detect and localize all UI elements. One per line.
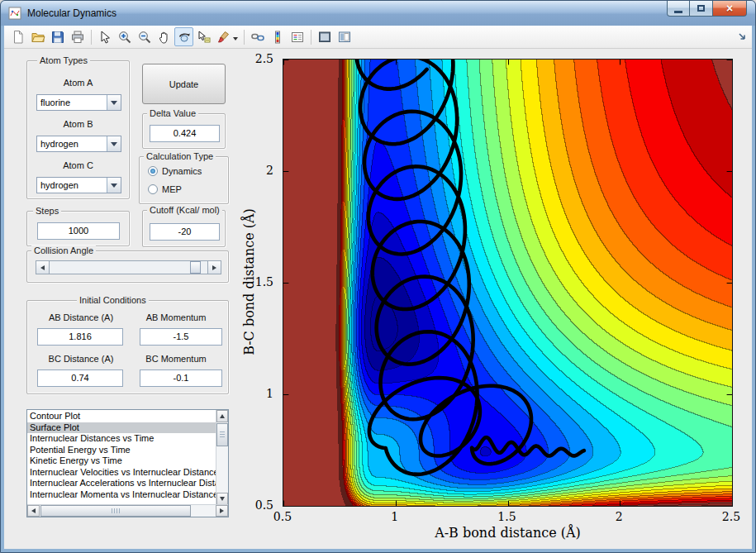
window-buttons: × [667,1,747,17]
open-file-icon[interactable] [28,27,47,46]
delta-value-title: Delta Value [147,108,198,119]
hide-plot-tools-icon[interactable] [315,27,334,46]
initial-conditions-panel: Initial Conditions AB Distance (A) AB Mo… [26,300,229,394]
atom-b-value: hydrogen [40,139,78,149]
figure-body: Atom Types Atom A fluorine Atom B hydrog… [4,26,752,549]
pan-hand-icon[interactable] [155,27,174,46]
toolbar-separator [311,30,311,45]
zoom-in-icon[interactable] [115,27,134,46]
scroll-down-button[interactable] [216,493,228,505]
titlebar: Molecular Dynamics × [1,1,755,26]
atom-types-title: Atom Types [37,55,90,66]
cutoff-field[interactable]: -20 [150,223,220,241]
slider-left-arrow[interactable] [36,261,50,274]
atom-b-label: Atom B [27,119,129,129]
x-tick-label: 1.5 [497,510,516,523]
dynamics-radio-label: Dynamics [162,166,202,176]
plot-type-listbox[interactable]: Contour PlotSurface PlotInternuclear Dis… [26,409,229,517]
y-tick-label: 1 [266,387,273,400]
up-arrow-icon [220,412,225,418]
ab-momentum-field[interactable]: -1.5 [140,328,222,346]
initial-conditions-title: Initial Conditions [77,295,149,306]
down-arrow-icon [220,497,225,503]
toolbar [4,26,752,49]
brush-icon[interactable] [214,27,240,46]
list-item[interactable]: Surface Plot [27,422,216,434]
chevron-down-icon[interactable] [107,178,121,193]
list-item[interactable]: Internuclear Accelerations vs Internucle… [27,478,216,489]
atom-c-dropdown[interactable]: hydrogen [36,177,121,193]
atom-a-label: Atom A [27,78,129,88]
steps-title: Steps [33,206,61,217]
slider-thumb[interactable] [190,261,201,274]
ab-distance-field[interactable]: 1.816 [37,328,123,346]
x-tick-label: 1 [391,510,398,523]
show-plot-tools-icon[interactable] [335,27,354,46]
chevron-down-icon[interactable] [107,136,121,151]
print-icon[interactable] [68,27,87,46]
brush-dropdown-caret[interactable] [233,37,238,43]
list-item[interactable]: Kinetic Energy vs Time [27,455,216,467]
dock-figure-icon[interactable] [737,31,749,43]
toolbar-separator [91,30,92,45]
atom-b-dropdown[interactable]: hydrogen [36,136,121,152]
scroll-right-button[interactable] [216,505,228,517]
close-button[interactable]: × [712,1,747,17]
atom-types-panel: Atom Types Atom A fluorine Atom B hydrog… [26,60,130,199]
scroll-up-button[interactable] [216,410,228,422]
calculation-type-title: Calculation Type [144,151,216,162]
y-axis-label: B-C bond distance (Å) [241,208,257,355]
data-cursor-icon[interactable] [194,27,213,46]
insert-legend-icon[interactable] [288,27,307,46]
bc-distance-label: BC Distance (A) [36,354,126,364]
list-item[interactable]: Internuclear Distances vs Time [27,433,216,445]
mep-radio[interactable] [148,184,158,194]
bc-momentum-field[interactable]: -0.1 [140,369,222,387]
atom-c-label: Atom C [27,160,129,170]
atom-a-value: fluorine [40,98,70,107]
list-item[interactable]: Internuclear Velocities vs Internuclear … [27,467,216,479]
mep-radio-label: MEP [162,184,182,194]
dynamics-radio[interactable] [148,166,158,176]
delta-value-field[interactable]: 0.424 [150,125,220,142]
contour-plot-canvas[interactable] [283,60,732,506]
horizontal-scroll-thumb[interactable] [40,505,191,517]
listbox-items: Contour PlotSurface PlotInternuclear Dis… [27,411,216,504]
insert-colorbar-icon[interactable] [268,27,287,46]
maximize-button[interactable] [690,1,712,17]
edit-plot-icon[interactable] [95,27,114,46]
rotate-3d-icon[interactable] [174,27,193,46]
list-item[interactable]: Internuclear Momenta vs Internuclear Dis… [27,489,216,501]
minimize-button[interactable] [667,1,690,17]
y-tick-label: 2 [266,164,273,177]
chevron-down-icon[interactable] [107,95,121,110]
cutoff-title: Cutoff (Kcal/ mol) [147,205,222,216]
update-button[interactable]: Update [142,64,226,104]
list-item[interactable]: Potential Energy vs Time [27,445,216,456]
scroll-left-button[interactable] [27,505,40,517]
slider-right-arrow[interactable] [207,261,221,274]
x-axis-tick-labels: 0.511.522.5 [283,510,733,523]
zoom-out-icon[interactable] [135,27,154,46]
collision-angle-slider[interactable] [36,260,221,274]
right-arrow-icon [212,265,219,270]
listbox-horizontal-scrollbar[interactable] [27,504,228,517]
bc-momentum-label: BC Momentum [131,354,221,364]
x-tick-label: 2 [616,510,623,523]
window: Molecular Dynamics × [0,0,756,553]
application-icon [8,7,21,20]
atom-c-value: hydrogen [40,180,78,190]
list-item[interactable]: Contour Plot [27,411,216,422]
vertical-scroll-thumb[interactable] [216,423,228,446]
bc-distance-field[interactable]: 0.74 [37,369,123,387]
calculation-type-panel: Calculation Type Dynamics MEP [139,156,229,204]
y-tick-label: 0.5 [255,498,273,512]
atom-a-dropdown[interactable]: fluorine [36,94,121,111]
toolbar-separator [244,30,245,45]
link-plots-icon[interactable] [248,27,267,46]
plot-axes[interactable] [283,59,733,507]
save-icon[interactable] [48,27,67,46]
listbox-vertical-scrollbar[interactable] [216,410,228,505]
new-file-icon[interactable] [8,27,27,46]
steps-field[interactable]: 1000 [37,222,120,240]
